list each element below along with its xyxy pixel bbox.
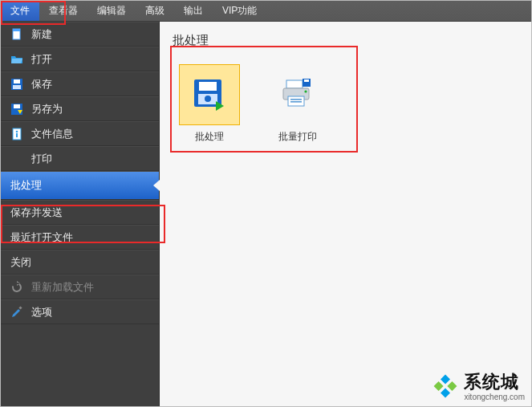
svg-point-20	[304, 90, 307, 92]
sidebar-item-label: 保存	[31, 77, 52, 92]
svg-rect-22	[304, 79, 309, 82]
watermark: 系统城 xitongcheng.com	[432, 370, 525, 401]
svg-rect-10	[18, 306, 22, 309]
sidebar-item-save-as[interactable]: 另存为	[1, 96, 159, 121]
svg-rect-25	[434, 381, 444, 390]
sidebar-item-label: 最近打开文件	[10, 230, 73, 245]
sidebar-item-label: 文件信息	[31, 127, 73, 141]
reload-icon	[10, 281, 23, 294]
sidebar-item-label: 关闭	[10, 255, 31, 270]
sidebar-item-label: 另存为	[31, 102, 63, 116]
sidebar-item-new[interactable]: 新建	[1, 22, 159, 47]
svg-rect-24	[448, 381, 457, 390]
svg-rect-15	[286, 80, 303, 88]
watermark-title: 系统城	[464, 370, 525, 394]
svg-rect-18	[290, 99, 302, 100]
sidebar-item-save-send[interactable]: 保存并发送	[1, 200, 159, 225]
watermark-logo-icon	[432, 372, 459, 400]
menubar: 文件 查看器 编辑器 高级 输出 VIP功能	[1, 1, 531, 22]
sidebar-item-batch[interactable]: 批处理	[1, 171, 159, 200]
sidebar-item-recent[interactable]: 最近打开文件	[1, 225, 159, 250]
watermark-subtitle: xitongcheng.com	[464, 393, 525, 401]
svg-rect-9	[16, 133, 18, 137]
svg-rect-3	[14, 79, 20, 83]
sidebar-item-label: 选项	[31, 305, 52, 319]
sidebar-item-print[interactable]: 打印	[1, 146, 159, 171]
content-title: 批处理	[173, 33, 518, 48]
sidebar-item-close[interactable]: 关闭	[1, 250, 159, 275]
options-icon	[10, 306, 23, 319]
sidebar-item-fileinfo[interactable]: 文件信息	[1, 121, 159, 146]
file-menu-panel: 新建 打开 保存 另存为 文件信息 打印 批处理 保存并发送 最近打开文件	[1, 22, 160, 407]
folder-open-icon	[10, 53, 23, 66]
save-as-icon	[10, 103, 23, 116]
tile-batch[interactable]: 批处理	[177, 64, 242, 144]
svg-rect-6	[14, 104, 20, 108]
svg-point-14	[205, 96, 211, 102]
file-new-icon	[10, 28, 23, 41]
svg-rect-26	[441, 388, 450, 397]
menu-vip[interactable]: VIP功能	[213, 1, 266, 21]
menu-editor[interactable]: 编辑器	[87, 1, 136, 21]
sidebar-item-label: 打印	[31, 152, 52, 166]
tile-row: 批处理 批量打印	[173, 56, 518, 152]
svg-rect-23	[441, 374, 450, 384]
content-pane: 批处理 批处理	[160, 22, 531, 406]
sidebar-item-label: 打开	[31, 52, 52, 67]
svg-rect-12	[199, 82, 217, 91]
tile-label: 批处理	[177, 130, 242, 144]
svg-rect-19	[290, 101, 302, 103]
svg-rect-1	[13, 29, 20, 31]
batch-save-icon	[192, 77, 227, 112]
sidebar-item-options[interactable]: 选项	[1, 299, 159, 324]
menu-viewer[interactable]: 查看器	[39, 1, 87, 21]
svg-point-8	[16, 130, 18, 132]
batch-print-icon	[280, 77, 315, 112]
sidebar-item-open[interactable]: 打开	[1, 47, 159, 71]
menu-output[interactable]: 输出	[174, 1, 213, 21]
sidebar-item-reload: 重新加载文件	[1, 275, 159, 299]
sidebar-item-label: 重新加载文件	[31, 280, 94, 295]
save-icon	[10, 78, 23, 91]
menu-file[interactable]: 文件	[1, 1, 39, 21]
file-info-icon	[10, 128, 23, 140]
sidebar-item-save[interactable]: 保存	[1, 71, 159, 96]
sidebar-item-label: 保存并发送	[10, 206, 63, 220]
print-icon	[10, 153, 23, 165]
tile-batch-print[interactable]: 批量打印	[266, 64, 330, 144]
svg-rect-4	[13, 85, 21, 89]
menu-advanced[interactable]: 高级	[136, 1, 174, 21]
sidebar-item-label: 新建	[31, 27, 52, 42]
sidebar-item-label: 批处理	[10, 178, 42, 193]
tile-label: 批量打印	[266, 130, 330, 144]
